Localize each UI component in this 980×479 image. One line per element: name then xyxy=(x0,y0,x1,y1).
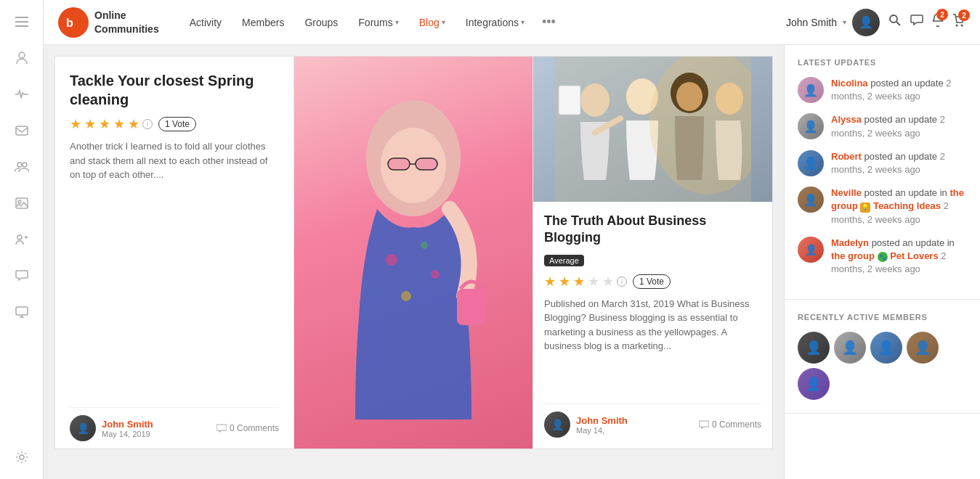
rating-info-icon-3[interactable]: i xyxy=(617,277,627,287)
blog-card-1-rating: ★ ★ ★ ★ ★ i 1 Vote xyxy=(70,116,279,132)
search-button[interactable] xyxy=(888,14,902,30)
author-avatar-3: 👤 xyxy=(544,412,570,438)
svg-point-26 xyxy=(386,254,397,266)
nav-activity[interactable]: Activity xyxy=(181,11,230,34)
svg-point-19 xyxy=(956,25,958,27)
update-text-2: Alyssa posted an update 2 months, 2 week… xyxy=(831,113,967,139)
update-avatar-5: 👤 xyxy=(798,237,824,263)
nav-members[interactable]: Members xyxy=(233,11,293,34)
pet-lovers-icon: 🐾 xyxy=(878,252,888,262)
svg-rect-7 xyxy=(16,198,28,208)
update-action-5: posted an update in xyxy=(872,237,955,248)
update-user-1[interactable]: Nicolina xyxy=(831,78,868,89)
groups-icon[interactable] xyxy=(11,156,33,178)
update-user-4[interactable]: Neville xyxy=(831,187,862,198)
blog-card-1-footer: 👤 John Smith May 14, 2019 0 Comments xyxy=(70,400,279,449)
nav-forums[interactable]: Forums ▾ xyxy=(349,11,407,34)
member-avatar-5[interactable]: 👤 xyxy=(798,368,830,400)
vote-badge-3[interactable]: 1 Vote xyxy=(633,274,671,289)
envelope-icon[interactable] xyxy=(11,120,33,142)
nav-blog[interactable]: Blog ▾ xyxy=(410,11,454,34)
right-sidebar: LATEST UPDATES 👤 Nicolina posted an upda… xyxy=(784,45,980,479)
monitor-icon[interactable] xyxy=(11,301,33,323)
user-menu[interactable]: John Smith ▾ 👤 xyxy=(786,9,880,36)
latest-updates-title: LATEST UPDATES xyxy=(798,58,967,67)
blog-card-2-image xyxy=(294,57,532,449)
user-icon[interactable] xyxy=(11,47,33,69)
friends-icon[interactable] xyxy=(11,229,33,250)
group-name-5[interactable]: Pet Lovers xyxy=(890,250,938,261)
hamburger-icon[interactable] xyxy=(11,11,33,33)
author-date-1: May 14, 2019 xyxy=(102,430,211,438)
blog-container: Tackle Your closest Spring cleaning ★ ★ … xyxy=(44,45,784,479)
activity-icon[interactable] xyxy=(11,83,33,105)
update-avatar-4: 👤 xyxy=(798,187,824,213)
blog-grid: Tackle Your closest Spring cleaning ★ ★ … xyxy=(54,56,773,449)
user-avatar-img: 👤 xyxy=(852,9,880,36)
author-date-3: May 14, xyxy=(576,426,693,435)
blog-card-1: Tackle Your closest Spring cleaning ★ ★ … xyxy=(55,57,294,449)
svg-rect-12 xyxy=(16,307,28,315)
blog-card-3-body: The Truth About Business Blogging Averag… xyxy=(533,202,772,449)
star3-2: ★ xyxy=(559,274,570,290)
member-avatar-2[interactable]: 👤 xyxy=(834,332,866,364)
update-avatar-2: 👤 xyxy=(798,113,824,139)
nav-right: John Smith ▾ 👤 2 xyxy=(786,9,965,36)
update-action-1: posted an update xyxy=(870,78,943,89)
main-content: b Online Communities Activity Members Gr… xyxy=(44,0,980,479)
notifications-button[interactable]: 2 xyxy=(932,13,944,31)
member-avatar-3[interactable]: 👤 xyxy=(870,332,902,364)
update-text-5: Madelyn posted an update in the group 🐾 … xyxy=(831,237,967,277)
the-group-link-5[interactable]: the group xyxy=(831,250,875,261)
blog-card-3-title[interactable]: The Truth About Business Blogging xyxy=(544,213,761,247)
blog-chevron-icon: ▾ xyxy=(442,18,445,26)
update-user-5[interactable]: Madelyn xyxy=(831,237,869,248)
svg-point-8 xyxy=(18,200,21,203)
star3-4: ★ xyxy=(588,274,599,290)
member-avatar-4[interactable]: 👤 xyxy=(907,332,939,364)
nav-items: Activity Members Groups Forums ▾ Blog ▾ … xyxy=(181,9,779,36)
update-user-3[interactable]: Robert xyxy=(831,151,862,162)
svg-text:b: b xyxy=(66,17,73,29)
update-text-3: Robert posted an update 2 months, 2 week… xyxy=(831,150,967,176)
update-user-2[interactable]: Alyssa xyxy=(831,114,862,125)
vote-badge-1[interactable]: 1 Vote xyxy=(158,117,196,131)
nav-integrations[interactable]: Integrations ▾ xyxy=(457,11,533,34)
blog-card-3-excerpt: Published on March 31st, 2019 What is Bu… xyxy=(544,297,761,353)
logo-text: Online Communities xyxy=(94,9,159,35)
nav-more-button[interactable]: ••• xyxy=(536,9,562,36)
update-action-4: posted an update in xyxy=(864,187,950,198)
svg-point-15 xyxy=(20,455,24,459)
top-nav: b Online Communities Activity Members Gr… xyxy=(44,0,980,45)
author-name-3[interactable]: John Smith xyxy=(576,415,693,426)
chat-icon[interactable] xyxy=(11,265,33,287)
svg-point-6 xyxy=(23,163,27,167)
user-name-label: John Smith xyxy=(786,17,837,28)
comment-count-1[interactable]: 0 Comments xyxy=(216,423,279,433)
svg-rect-23 xyxy=(388,158,410,170)
star-3: ★ xyxy=(99,116,110,132)
forums-chevron-icon: ▾ xyxy=(395,18,399,26)
group-name-4[interactable]: Teaching Ideas xyxy=(873,200,941,211)
logo-area[interactable]: b Online Communities xyxy=(58,7,159,38)
svg-line-18 xyxy=(896,22,900,25)
comment-count-3[interactable]: 0 Comments xyxy=(699,419,761,430)
blog-card-3-footer: 👤 John Smith May 14, 0 Comments xyxy=(544,396,761,438)
nav-groups[interactable]: Groups xyxy=(296,11,347,34)
update-item-5: 👤 Madelyn posted an update in the group … xyxy=(798,237,967,277)
svg-point-5 xyxy=(17,163,22,167)
messages-button[interactable] xyxy=(910,15,923,30)
star3-5: ★ xyxy=(602,274,614,290)
average-tooltip: Average xyxy=(544,255,584,266)
star3-1: ★ xyxy=(544,274,556,290)
recently-active-section: RECENTLY ACTIVE MEMBERS 👤 👤 👤 👤 👤 xyxy=(785,300,980,414)
cart-button[interactable]: 2 xyxy=(952,14,965,30)
author-name-1[interactable]: John Smith xyxy=(102,419,211,430)
star-4: ★ xyxy=(113,116,125,132)
blog-card-1-title[interactable]: Tackle Your closest Spring cleaning xyxy=(70,71,279,109)
image-icon[interactable] xyxy=(11,192,33,214)
gear-icon[interactable] xyxy=(11,446,33,468)
rating-info-icon[interactable]: i xyxy=(142,119,153,129)
member-avatar-1[interactable]: 👤 xyxy=(798,332,830,364)
svg-rect-30 xyxy=(457,289,486,325)
